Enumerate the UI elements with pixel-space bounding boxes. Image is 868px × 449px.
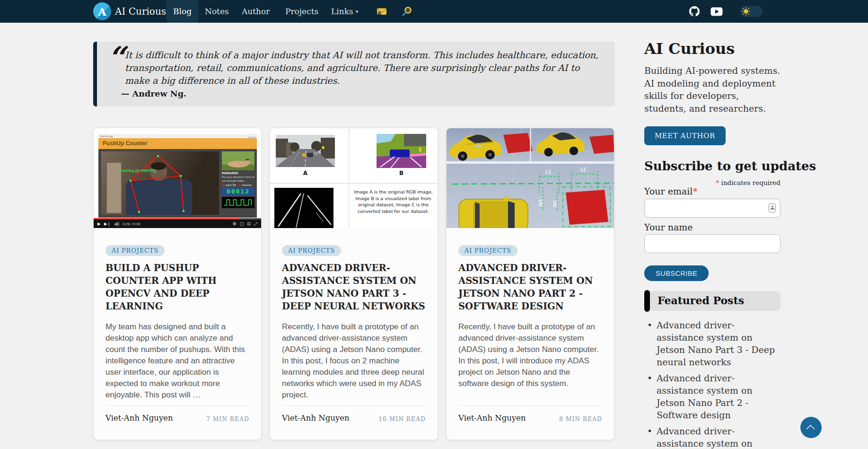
segmentation-image bbox=[377, 134, 426, 168]
github-icon[interactable] bbox=[689, 6, 700, 17]
measure-label-l2: L2 bbox=[580, 167, 586, 172]
chevron-down-icon: ▾ bbox=[356, 9, 359, 15]
nav-item-links-dropdown[interactable]: Links ▾ bbox=[331, 0, 358, 23]
scroll-to-top-button[interactable] bbox=[800, 417, 822, 438]
image-caption: Image A is the original RGB image, Image… bbox=[352, 189, 435, 214]
pose-skeleton bbox=[101, 151, 219, 215]
next-icon[interactable]: ▶❘ bbox=[104, 221, 111, 226]
measure-label-w1: W1 bbox=[538, 199, 544, 206]
read-time: 16 MIN READ bbox=[378, 414, 426, 423]
required-note: * indicates required bbox=[644, 179, 780, 186]
page: A AI Curious Blog Notes Author Projects … bbox=[0, 0, 868, 449]
category-badge[interactable]: AI PROJECTS bbox=[282, 245, 341, 256]
top-navbar: A AI Curious Blog Notes Author Projects … bbox=[0, 0, 868, 23]
car-simulation-image: L1 L2 W1 W2 bbox=[447, 128, 614, 228]
theme-toggle[interactable] bbox=[740, 6, 763, 17]
post-card[interactable]: A B Image A is the origin bbox=[270, 128, 438, 440]
lane-label-image bbox=[274, 188, 333, 228]
nav-item-notes[interactable]: Notes bbox=[205, 0, 229, 23]
window-controls-icon bbox=[247, 132, 255, 141]
settings-icon[interactable]: ⚙ bbox=[233, 221, 237, 226]
instruction-photo bbox=[222, 151, 254, 170]
post-thumbnail-image: L1 L2 W1 W2 bbox=[447, 128, 614, 228]
site-logo[interactable]: A bbox=[93, 2, 111, 20]
sidebar-site-title: AI Curious bbox=[644, 40, 735, 58]
video-timestamp: 0:26 / 0:30 bbox=[123, 222, 140, 226]
youtube-icon[interactable] bbox=[710, 7, 723, 16]
post-card[interactable]: PushUp App PushUp Counter bbox=[93, 128, 262, 440]
app-header: PushUp Counter bbox=[98, 138, 257, 149]
featured-post-link[interactable]: Advanced driver-assistance system on Jet… bbox=[646, 425, 780, 449]
read-time: 8 MIN READ bbox=[559, 414, 602, 423]
post-author: Viet-Anh Nguyen bbox=[282, 414, 350, 423]
nav-item-blog[interactable]: Blog bbox=[166, 0, 199, 23]
chevron-up-icon bbox=[806, 424, 815, 433]
detection-label: Pushing [[0.998975]] bbox=[119, 168, 156, 173]
pip-icon[interactable]: ▢ bbox=[240, 221, 244, 226]
subscribe-heading: Subscribe to get updates bbox=[644, 159, 816, 173]
instruction-text: Put your camera in front of you and get … bbox=[222, 176, 254, 183]
nav-item-projects[interactable]: Projects bbox=[285, 0, 318, 23]
quote-block: “ It is difficult to think of a major in… bbox=[93, 42, 615, 106]
post-title[interactable]: ADVANCED DRIVER-ASSISTANCE SYSTEM ON JET… bbox=[282, 262, 426, 313]
featured-post-link[interactable]: Advanced driver-assistance system on Jet… bbox=[646, 372, 780, 421]
post-excerpt: Recently, I have built a prototype of an… bbox=[458, 321, 602, 389]
rgb-street-image bbox=[276, 135, 335, 167]
app-window: PushUp App PushUp Counter bbox=[98, 134, 257, 218]
post-title[interactable]: BUILD A PUSHUP COUNTER APP WITH OPENCV A… bbox=[105, 262, 249, 313]
quote-attribution: — Andrew Ng. bbox=[121, 89, 186, 98]
post-author: Viet-Anh Nguyen bbox=[105, 414, 173, 423]
quote-text: It is difficult to think of a major indu… bbox=[125, 49, 605, 87]
pushup-counter: 00012 bbox=[222, 187, 254, 196]
window-title: PushUp App bbox=[100, 135, 113, 138]
post-excerpt: My team has designed and built a desktop… bbox=[105, 321, 249, 401]
featured-posts-list: Advanced driver-assistance system on Jet… bbox=[646, 319, 780, 449]
theater-icon[interactable]: ⊡ bbox=[247, 221, 251, 226]
name-label: Your name bbox=[644, 222, 693, 232]
featured-post-link[interactable]: Advanced driver-assistance system on Jet… bbox=[646, 319, 780, 368]
post-card[interactable]: L1 L2 W1 W2 AI PROJECTS ADVANCED DRIVER-… bbox=[446, 128, 614, 440]
fullscreen-icon[interactable]: ⤢ bbox=[254, 221, 257, 227]
subscribe-button[interactable]: SUBSCRIBE bbox=[644, 265, 709, 281]
volume-icon[interactable]: ◂)) bbox=[114, 221, 119, 226]
webcam-view: Pushing [[0.998975]] bbox=[101, 151, 219, 215]
image-label-b: B bbox=[377, 170, 426, 176]
post-author: Viet-Anh Nguyen bbox=[458, 414, 526, 423]
signal-waveform bbox=[222, 197, 254, 208]
post-thumbnail-video[interactable]: PushUp App PushUp Counter bbox=[94, 128, 261, 228]
email-icon[interactable] bbox=[377, 7, 387, 16]
autofill-icon bbox=[769, 203, 776, 212]
sidebar-description: Building AI-powered systems. AI modeling… bbox=[644, 64, 782, 114]
play-icon[interactable]: ▶ bbox=[97, 221, 101, 226]
nav-item-author[interactable]: Author bbox=[242, 0, 270, 23]
email-label: Your email* bbox=[644, 186, 697, 196]
search-icon[interactable] bbox=[402, 6, 412, 17]
sun-icon bbox=[742, 7, 750, 16]
featured-accent-bar bbox=[644, 290, 650, 312]
brand-title[interactable]: AI Curious bbox=[115, 0, 166, 23]
post-title[interactable]: ADVANCED DRIVER-ASSISTANCE SYSTEM ON JET… bbox=[458, 262, 602, 313]
measure-label-w2: W2 bbox=[552, 200, 558, 207]
video-controls: ▶ ▶❘ ◂)) 0:26 / 0:30 ⚙ ▢ ⊡ ⤢ bbox=[94, 220, 261, 228]
quote-mark: “ bbox=[107, 40, 125, 75]
shortcut-keys: O:open file C:camera bbox=[222, 184, 254, 186]
category-badge[interactable]: AI PROJECTS bbox=[105, 245, 165, 256]
instruction-title: Instruction: bbox=[222, 171, 254, 175]
post-thumbnail-image: A B Image A is the origin bbox=[270, 128, 438, 228]
name-field[interactable] bbox=[644, 234, 780, 253]
meet-author-button[interactable]: MEET AUTHOR bbox=[644, 126, 726, 145]
image-label-a: A bbox=[276, 170, 335, 176]
logo-letter: A bbox=[98, 5, 106, 18]
featured-posts-header: Featured Posts bbox=[644, 291, 780, 311]
post-excerpt: Recently, I have built a prototype of an… bbox=[282, 321, 426, 401]
read-time: 7 MIN READ bbox=[206, 414, 249, 423]
measure-label-l1: L1 bbox=[545, 169, 551, 175]
category-badge[interactable]: AI PROJECTS bbox=[458, 245, 517, 256]
email-field[interactable] bbox=[644, 199, 780, 218]
